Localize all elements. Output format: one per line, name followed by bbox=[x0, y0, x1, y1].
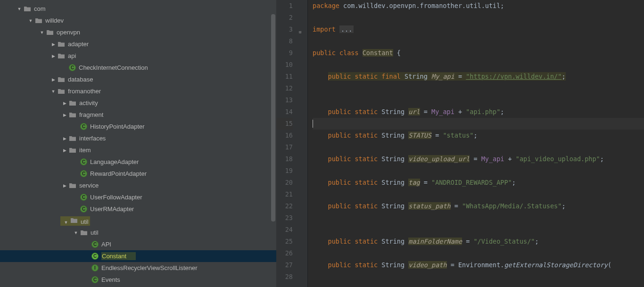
line-number[interactable]: 28 bbox=[276, 271, 293, 283]
code-line: public static String STATUS = "status"; bbox=[313, 130, 644, 141]
class-icon: C bbox=[80, 170, 87, 177]
tree-file[interactable]: CHistoryPointAdapter bbox=[0, 121, 276, 132]
editor-panel: 1238910111213141516171819202122232425262… bbox=[276, 0, 644, 287]
line-number[interactable]: 9 bbox=[276, 47, 293, 59]
tree-folder[interactable]: activity bbox=[0, 97, 276, 109]
chevron-down-icon[interactable] bbox=[72, 230, 80, 235]
tree-folder[interactable]: adapter bbox=[0, 38, 276, 50]
tree-folder[interactable]: util bbox=[0, 227, 276, 238]
tree-folder[interactable]: willdev bbox=[0, 15, 276, 26]
line-number[interactable]: 22 bbox=[276, 200, 293, 212]
folder-icon bbox=[24, 5, 31, 13]
class-icon: C bbox=[80, 123, 87, 130]
chevron-down-icon[interactable] bbox=[15, 7, 24, 11]
tree-file[interactable]: CUserFollowAdapter bbox=[0, 191, 276, 203]
line-number[interactable]: 24 bbox=[276, 224, 293, 236]
line-number[interactable]: 26 bbox=[276, 247, 293, 259]
line-number[interactable]: 18 bbox=[276, 153, 293, 165]
tree-folder[interactable]: item bbox=[0, 144, 276, 156]
tree-file[interactable]: CAPI bbox=[0, 238, 276, 250]
line-number[interactable]: 8 bbox=[276, 35, 293, 47]
tree-item-label: fragment bbox=[79, 111, 103, 118]
line-number[interactable]: 20 bbox=[276, 177, 293, 189]
code-line: package com.willdev.openvpn.fromanother.… bbox=[313, 0, 644, 12]
code-line: public static String mainFolderName = "/… bbox=[313, 236, 644, 247]
code-line bbox=[313, 12, 644, 24]
chevron-down-icon[interactable] bbox=[62, 220, 70, 225]
tree-file[interactable]: CUserRMAdapter bbox=[0, 203, 276, 215]
tree-file[interactable]: CConstant bbox=[0, 250, 276, 262]
folder-icon bbox=[46, 29, 54, 36]
line-number[interactable]: 23 bbox=[276, 212, 293, 224]
tree-folder[interactable]: openvpn bbox=[0, 26, 276, 38]
line-number[interactable]: 12 bbox=[276, 82, 293, 94]
tree-item-label: CheckInternetConnection bbox=[79, 64, 148, 71]
chevron-down-icon[interactable] bbox=[38, 30, 46, 35]
tree-folder[interactable]: fragment bbox=[0, 109, 276, 121]
tree-folder[interactable]: database bbox=[0, 74, 276, 85]
tree-item-label: item bbox=[79, 147, 91, 154]
code-line bbox=[313, 247, 644, 259]
chevron-right-icon[interactable] bbox=[60, 136, 69, 141]
line-number[interactable]: 14 bbox=[276, 106, 293, 118]
line-gutter[interactable]: 1238910111213141516171819202122232425262… bbox=[276, 0, 297, 287]
tree-file[interactable]: CCheckInternetConnection bbox=[0, 62, 276, 74]
tree-folder[interactable]: fromanother bbox=[0, 85, 276, 97]
code-line: public class Constant { bbox=[313, 47, 644, 59]
tree-file[interactable]: CRewardPointAdapter bbox=[0, 168, 276, 180]
chevron-down-icon[interactable] bbox=[26, 18, 35, 23]
line-number[interactable]: 1 bbox=[276, 0, 293, 12]
line-number[interactable]: 25 bbox=[276, 236, 293, 247]
folder-icon bbox=[58, 88, 65, 95]
chevron-right-icon[interactable] bbox=[49, 77, 58, 82]
tree-folder[interactable]: api bbox=[0, 50, 276, 62]
project-tree[interactable]: comwilldevopenvpnadapterapiCCheckInterne… bbox=[0, 0, 276, 286]
code-area[interactable]: package com.willdev.openvpn.fromanother.… bbox=[308, 0, 644, 287]
chevron-down-icon[interactable] bbox=[49, 89, 58, 94]
chevron-right-icon[interactable] bbox=[60, 101, 69, 106]
code-line: public static String status_path = "What… bbox=[313, 200, 644, 212]
fold-gutter[interactable]: ⊞ bbox=[297, 0, 308, 287]
tree-file[interactable]: IEndlessRecyclerViewScrollListener bbox=[0, 262, 276, 274]
class-icon: C bbox=[80, 205, 87, 213]
line-number[interactable]: 17 bbox=[276, 141, 293, 153]
tree-item-label: adapter bbox=[68, 41, 89, 48]
tree-folder[interactable]: com bbox=[0, 3, 276, 15]
tree-item-label: com bbox=[34, 5, 46, 12]
folder-icon bbox=[69, 99, 76, 107]
tree-item-label: UserFollowAdapter bbox=[90, 194, 142, 201]
line-number[interactable]: 13 bbox=[276, 94, 293, 106]
tree-item-label: HistoryPointAdapter bbox=[90, 123, 145, 130]
highlighted-file: Constant bbox=[101, 252, 136, 260]
chevron-right-icon[interactable] bbox=[49, 54, 58, 58]
code-line bbox=[313, 165, 644, 177]
line-number[interactable]: 27 bbox=[276, 259, 293, 271]
line-number[interactable]: 16 bbox=[276, 130, 293, 141]
line-number[interactable]: 2 bbox=[276, 12, 293, 24]
line-number[interactable]: 11 bbox=[276, 71, 293, 82]
code-line: import ... bbox=[313, 24, 644, 35]
chevron-right-icon[interactable] bbox=[60, 183, 69, 188]
code-line-active bbox=[313, 118, 644, 130]
chevron-right-icon[interactable] bbox=[49, 42, 58, 47]
tree-scrollbar[interactable] bbox=[271, 14, 275, 221]
project-tree-panel: comwilldevopenvpnadapterapiCCheckInterne… bbox=[0, 0, 276, 287]
line-number[interactable]: 3 bbox=[276, 24, 293, 35]
folder-icon bbox=[58, 41, 65, 48]
tree-item-label: RewardPointAdapter bbox=[90, 170, 147, 177]
tree-folder[interactable]: interfaces bbox=[0, 132, 276, 144]
tree-file[interactable]: CEvents bbox=[0, 274, 276, 286]
tree-file[interactable]: CLanguageAdapter bbox=[0, 156, 276, 168]
line-number[interactable]: 21 bbox=[276, 189, 293, 200]
chevron-right-icon[interactable] bbox=[60, 148, 69, 153]
fold-collapsed-icon[interactable]: ⊞ bbox=[299, 26, 307, 38]
line-number[interactable]: 15 bbox=[276, 118, 293, 130]
tree-item-label: openvpn bbox=[57, 29, 80, 36]
tree-folder[interactable]: service bbox=[0, 180, 276, 191]
line-number[interactable]: 10 bbox=[276, 59, 293, 71]
line-number[interactable]: 19 bbox=[276, 165, 293, 177]
code-line: public static final String My_api = "htt… bbox=[313, 71, 644, 82]
chevron-right-icon[interactable] bbox=[60, 113, 69, 117]
tree-folder[interactable]: util bbox=[0, 215, 276, 227]
class-icon: C bbox=[80, 194, 87, 201]
